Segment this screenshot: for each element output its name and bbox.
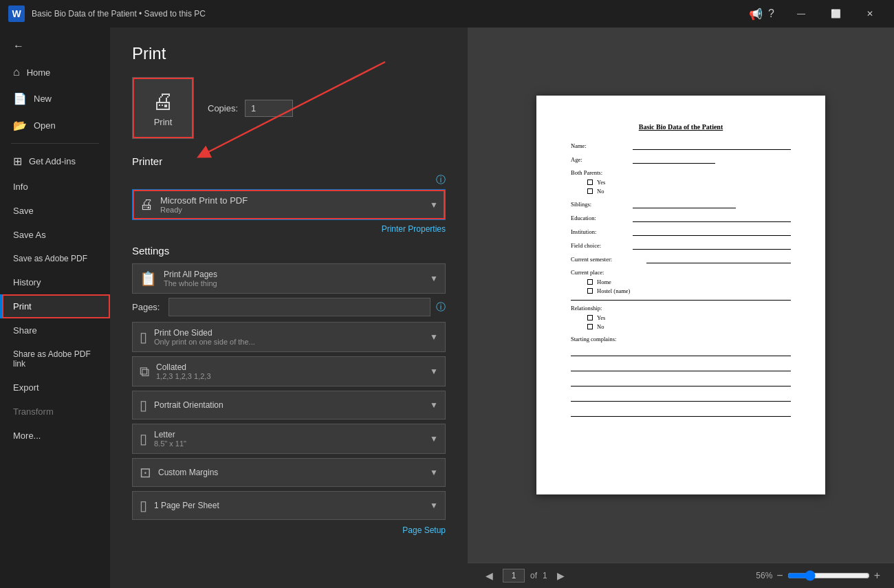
feedback-icon[interactable]: 📢 (749, 8, 763, 21)
printer-select-icon: 🖨 (140, 197, 153, 213)
setting-paper[interactable]: ▯ Letter 8.5" x 11" ▼ (132, 424, 446, 454)
pages-info-icon[interactable]: ⓘ (436, 301, 446, 314)
current-page-input[interactable] (503, 569, 525, 582)
paper-dropdown-arrow: ▼ (430, 434, 438, 444)
paper-setting-main: Letter (154, 430, 423, 439)
collation-setting-text: Collated 1,2,3 1,2,3 1,2,3 (156, 362, 423, 380)
restore-button[interactable]: ⬜ (820, 3, 851, 25)
printer-text: Microsoft Print to PDF Ready (160, 195, 423, 214)
collation-setting-sub: 1,2,3 1,2,3 1,2,3 (156, 372, 423, 380)
persheet-setting-text: 1 Page Per Sheet (154, 501, 423, 510)
print-title: Print (132, 44, 446, 63)
sidebar-new-label: New (34, 94, 52, 104)
window-controls: — ⬜ ✕ (785, 3, 886, 25)
orientation-dropdown-arrow: ▼ (430, 400, 438, 410)
pages-input-row: Pages: ⓘ (132, 298, 446, 316)
sidebar-item-sharepdf[interactable]: Share as Adobe PDF link (0, 342, 110, 375)
sidebar-item-print[interactable]: Print (0, 294, 110, 318)
new-icon: 📄 (13, 92, 27, 105)
copies-input[interactable] (245, 100, 293, 117)
copies-label: Copies: (208, 103, 238, 113)
open-icon: 📂 (13, 119, 27, 132)
zoom-area: 56% − + (756, 569, 880, 582)
persheet-setting-main: 1 Page Per Sheet (154, 501, 423, 510)
zoom-out-button[interactable]: − (776, 569, 783, 582)
sides-setting-main: Print One Sided (154, 328, 423, 338)
print-button[interactable]: 🖨 Print (132, 77, 194, 139)
total-pages-label: 1 (543, 571, 547, 580)
print-button-icon: 🖨 (152, 89, 174, 114)
zoom-label: 56% (756, 571, 772, 580)
preview-area: Basic Bio Data of the Patient Name: Age:… (468, 28, 894, 588)
help-icon[interactable]: ? (768, 8, 774, 21)
sidebar-divider-1 (11, 143, 99, 144)
setting-margins[interactable]: ⊡ Custom Margins ▼ (132, 458, 446, 487)
printer-dropdown-arrow: ▼ (430, 200, 438, 210)
zoom-slider[interactable] (787, 570, 870, 581)
sidebar-export-label: Export (13, 382, 39, 393)
sidebar-item-new[interactable]: 📄 New (0, 85, 110, 112)
sidebar-item-saveas[interactable]: Save As (0, 223, 110, 247)
pages-dropdown-arrow: ▼ (430, 274, 438, 283)
word-icon: W (8, 6, 25, 22)
sidebar-item-back[interactable]: ← (0, 33, 110, 59)
printer-properties-link[interactable]: Printer Properties (132, 224, 446, 234)
sidebar-item-more[interactable]: More... (0, 424, 110, 448)
close-button[interactable]: ✕ (854, 3, 886, 25)
sidebar-item-open[interactable]: 📂 Open (0, 112, 110, 139)
page-setup-link[interactable]: Page Setup (132, 525, 446, 535)
main-wrapper: ← ⌂ Home 📄 New 📂 Open ⊞ Get Add-ins Info… (0, 28, 894, 588)
sidebar-item-savepdf[interactable]: Save as Adobe PDF (0, 247, 110, 270)
titlebar-icon-group: 📢 ? (749, 8, 774, 21)
sidebar-item-transform[interactable]: Transform (0, 400, 110, 424)
setting-persheet[interactable]: ▯ 1 Page Per Sheet ▼ (132, 491, 446, 520)
orientation-setting-main: Portrait Orientation (154, 400, 423, 410)
paper-setting-icon: ▯ (140, 431, 147, 447)
paper-setting-sub: 8.5" x 11" (154, 439, 423, 448)
next-page-button[interactable]: ▶ (553, 569, 569, 582)
doc-both-parents-checkboxes: Yes No (587, 179, 791, 195)
preview-navigation: ◀ of 1 ▶ 56% − + (468, 563, 894, 588)
doc-field-siblings: Siblings: (571, 200, 791, 208)
margins-setting-text: Custom Margins (158, 468, 423, 477)
sidebar-item-history[interactable]: History (0, 270, 110, 294)
sidebar-item-info[interactable]: Info (0, 175, 110, 199)
sidebar-item-export[interactable]: Export (0, 375, 110, 400)
pages-setting-sub: The whole thing (164, 279, 423, 287)
setting-print-pages[interactable]: 📋 Print All Pages The whole thing ▼ (132, 263, 446, 294)
sidebar-item-share[interactable]: Share (0, 318, 110, 342)
minimize-button[interactable]: — (785, 3, 817, 25)
zoom-in-button[interactable]: + (874, 569, 880, 582)
collation-dropdown-arrow: ▼ (430, 367, 438, 376)
setting-sides[interactable]: ▯ Print One Sided Only print on one side… (132, 322, 446, 352)
printer-name: Microsoft Print to PDF (160, 195, 423, 206)
sidebar-save-label: Save (13, 206, 34, 216)
doc-complains-label: Starting complains: (571, 336, 791, 342)
orientation-setting-text: Portrait Orientation (154, 400, 423, 410)
sides-dropdown-arrow: ▼ (430, 332, 438, 342)
collation-setting-icon: ⧉ (140, 364, 149, 380)
pages-setting-main: Print All Pages (164, 270, 423, 279)
printer-select[interactable]: 🖨 Microsoft Print to PDF Ready ▼ (132, 189, 446, 220)
sides-setting-text: Print One Sided Only print on one side o… (154, 328, 423, 346)
pages-input[interactable] (168, 298, 430, 316)
setting-collation[interactable]: ⧉ Collated 1,2,3 1,2,3 1,2,3 ▼ (132, 356, 446, 386)
printer-info-icon[interactable]: ⓘ (436, 174, 446, 186)
prev-page-button[interactable]: ◀ (481, 569, 497, 582)
sidebar-item-home[interactable]: ⌂ Home (0, 59, 110, 85)
margins-dropdown-arrow: ▼ (430, 468, 438, 477)
setting-orientation[interactable]: ▯ Portrait Orientation ▼ (132, 391, 446, 420)
sidebar-item-save[interactable]: Save (0, 199, 110, 223)
doc-current-place-label: Current place: (571, 269, 791, 276)
doc-field-fieldchoice: Field choice: (571, 241, 791, 250)
sidebar-open-label: Open (34, 120, 56, 131)
page-of-label: of (530, 571, 537, 580)
sidebar-more-label: More... (13, 431, 41, 441)
settings-section-title: Settings (132, 245, 446, 257)
sidebar: ← ⌂ Home 📄 New 📂 Open ⊞ Get Add-ins Info… (0, 28, 110, 588)
orientation-setting-icon: ▯ (140, 397, 147, 413)
sidebar-addins-label: Get Add-ins (29, 156, 76, 166)
print-button-label: Print (154, 117, 173, 127)
sidebar-item-addins[interactable]: ⊞ Get Add-ins (0, 148, 110, 175)
doc-field-institution: Institution: (571, 228, 791, 236)
